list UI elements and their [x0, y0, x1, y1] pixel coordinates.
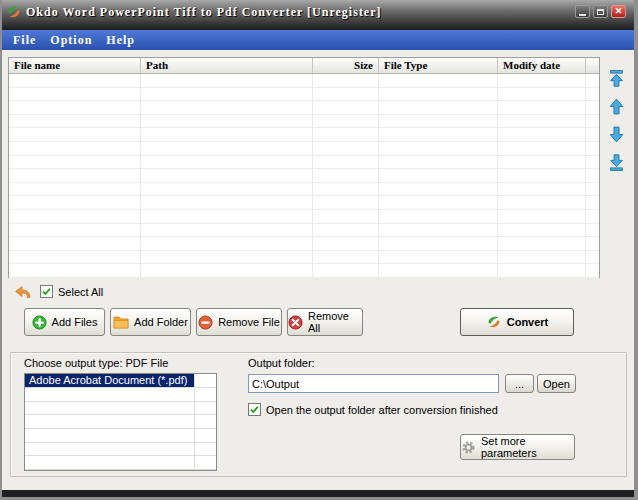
file-table-cell	[498, 210, 586, 223]
file-table-cell	[379, 128, 498, 141]
remove-all-button[interactable]: Remove All	[287, 308, 363, 336]
file-table-cell	[498, 183, 586, 196]
file-table-cell	[313, 74, 379, 87]
file-table-cell	[313, 251, 379, 264]
format-list-label	[25, 388, 195, 401]
file-table-cell	[586, 183, 599, 196]
file-table-cell	[498, 237, 586, 250]
maximize-icon	[597, 9, 604, 15]
format-list-label	[25, 429, 195, 442]
window-controls: ✕	[575, 5, 626, 18]
output-folder-input[interactable]	[248, 374, 499, 393]
select-all-checkbox[interactable]: Select All	[40, 285, 103, 298]
format-list-row[interactable]	[25, 443, 216, 457]
format-list-gutter	[195, 443, 216, 456]
minus-icon	[198, 315, 213, 330]
open-after-finish-label: Open the output folder after conversion …	[266, 404, 498, 416]
remove-file-button[interactable]: Remove File	[196, 308, 282, 336]
file-table-cell	[379, 237, 498, 250]
file-table-cell	[141, 251, 313, 264]
menu-item-help[interactable]: Help	[99, 33, 142, 48]
format-list-row[interactable]	[25, 415, 216, 429]
format-list-gutter	[195, 374, 216, 387]
checkbox-checked-icon	[248, 403, 261, 416]
file-table-cell	[498, 224, 586, 237]
file-table-cell	[9, 156, 141, 169]
file-table-row	[9, 115, 599, 129]
format-list-gutter	[195, 388, 216, 401]
output-format-list[interactable]: Adobe Acrobat Document (*.pdf)	[24, 373, 217, 471]
column-header-extra[interactable]	[586, 58, 599, 73]
minimize-icon	[579, 14, 586, 16]
menu-item-file[interactable]: File	[6, 33, 43, 48]
file-table-cell	[586, 224, 599, 237]
close-button[interactable]: ✕	[611, 5, 626, 18]
file-table-cell	[586, 101, 599, 114]
file-table-cell	[313, 183, 379, 196]
file-table-cell	[586, 88, 599, 101]
open-folder-button[interactable]: Open	[537, 374, 576, 393]
file-table-cell	[313, 142, 379, 155]
browse-button[interactable]: ...	[505, 374, 534, 393]
set-more-parameters-button[interactable]: Set more parameters	[460, 434, 575, 460]
format-list-label	[25, 402, 195, 415]
file-table-row	[9, 169, 599, 183]
open-after-finish-checkbox[interactable]: Open the output folder after conversion …	[248, 403, 498, 416]
file-table-cell	[313, 88, 379, 101]
format-list-gutter	[195, 429, 216, 442]
format-list-item-selected[interactable]: Adobe Acrobat Document (*.pdf)	[25, 374, 216, 388]
file-table-cell	[9, 264, 141, 277]
file-table-cell	[141, 142, 313, 155]
file-table-cell	[498, 128, 586, 141]
app-logo-icon	[6, 4, 22, 20]
file-table-row	[9, 196, 599, 210]
add-folder-button[interactable]: Add Folder	[110, 308, 191, 336]
file-table-cell	[379, 156, 498, 169]
column-header-modify-date[interactable]: Modify date	[498, 58, 586, 73]
file-table-cell	[313, 169, 379, 182]
minimize-button[interactable]	[575, 5, 590, 18]
file-table-cell	[141, 115, 313, 128]
column-header-path[interactable]: Path	[141, 58, 313, 73]
move-to-top-button[interactable]	[608, 70, 625, 87]
file-table-cell	[586, 196, 599, 209]
cross-icon	[288, 315, 303, 330]
move-to-bottom-button[interactable]	[608, 154, 625, 171]
format-list-row[interactable]	[25, 429, 216, 443]
file-table-cell	[586, 251, 599, 264]
format-list-label	[25, 415, 195, 428]
column-header-file-name[interactable]: File name	[9, 58, 141, 73]
format-list-gutter	[195, 402, 216, 415]
move-up-button[interactable]	[608, 98, 625, 115]
file-table-row	[9, 156, 599, 170]
add-files-button[interactable]: Add Files	[24, 308, 105, 336]
add-icon	[32, 315, 47, 330]
file-table-cell	[141, 224, 313, 237]
file-table-cell	[313, 156, 379, 169]
file-table-cell	[586, 210, 599, 223]
file-table-cell	[313, 196, 379, 209]
format-list-row[interactable]	[25, 388, 216, 402]
file-table-cell	[141, 210, 313, 223]
file-table-row	[9, 142, 599, 156]
file-table-cell	[141, 128, 313, 141]
maximize-button[interactable]	[593, 5, 608, 18]
reorder-controls	[604, 70, 628, 171]
file-table-row	[9, 251, 599, 265]
file-table-cell	[9, 142, 141, 155]
menu-item-option[interactable]: Option	[43, 33, 99, 48]
file-table-cell	[9, 210, 141, 223]
convert-button[interactable]: Convert	[460, 308, 574, 336]
column-header-size[interactable]: Size	[313, 58, 379, 73]
column-header-file-type[interactable]: File Type	[379, 58, 498, 73]
file-table-cell	[379, 251, 498, 264]
file-table-cell	[586, 169, 599, 182]
format-list-row[interactable]	[25, 402, 216, 416]
file-table-cell	[141, 183, 313, 196]
format-list-row[interactable]	[25, 456, 216, 470]
format-list-label	[25, 456, 195, 469]
move-down-button[interactable]	[608, 126, 625, 143]
window-title: Okdo Word PowerPoint Tiff to Pdf Convert…	[26, 5, 382, 20]
file-table[interactable]: File namePathSizeFile TypeModify date	[8, 57, 600, 278]
file-table-cell	[141, 264, 313, 277]
